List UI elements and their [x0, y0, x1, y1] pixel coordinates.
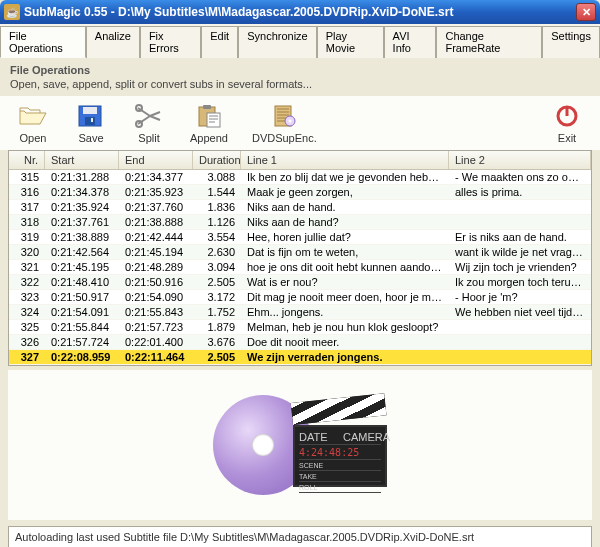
split-scissors-icon [132, 102, 166, 130]
table-row[interactable]: 3270:22:08.9590:22:11.4642.505We zijn ve… [9, 350, 591, 365]
append-button[interactable]: Append [190, 102, 228, 144]
cell-dur: 1.126 [193, 215, 241, 229]
cell-nr: 320 [9, 245, 45, 259]
cell-l1: Niks aan de hand? [241, 215, 449, 229]
cell-start: 0:21:31.288 [45, 170, 119, 184]
table-row[interactable]: 3190:21:38.8890:21:42.4443.554Hee, horen… [9, 230, 591, 245]
cell-l1: Doe dit nooit meer. [241, 335, 449, 349]
clap-date-label: DATE CAMERA [299, 430, 381, 445]
col-duration[interactable]: Duration [193, 151, 241, 169]
tab-file-operations[interactable]: File Operations [0, 26, 86, 58]
cell-end: 0:21:45.194 [119, 245, 193, 259]
tab-edit[interactable]: Edit [201, 26, 238, 58]
cell-dur: 1.752 [193, 305, 241, 319]
col-nr[interactable]: Nr. [9, 151, 45, 169]
append-label: Append [190, 132, 228, 144]
save-button[interactable]: Save [74, 102, 108, 144]
dvdsupenc-label: DVDSupEnc. [252, 132, 317, 144]
cell-nr: 327 [9, 350, 45, 364]
cell-end: 0:21:38.888 [119, 215, 193, 229]
open-label: Open [20, 132, 47, 144]
table-row[interactable]: 3220:21:48.4100:21:50.9162.505Wat is er … [9, 275, 591, 290]
cell-l2 [449, 320, 591, 334]
table-row[interactable]: 3180:21:37.7610:21:38.8881.126Niks aan d… [9, 215, 591, 230]
col-start[interactable]: Start [45, 151, 119, 169]
dvd-encode-icon [267, 102, 301, 130]
col-line2[interactable]: Line 2 [449, 151, 591, 169]
svg-point-11 [289, 120, 292, 123]
cell-l1: Ik ben zo blij dat we je gevonden hebben… [241, 170, 449, 184]
cell-l2: Wij zijn toch je vrienden? [449, 260, 591, 274]
cell-end: 0:21:42.444 [119, 230, 193, 244]
split-button[interactable]: Split [132, 102, 166, 144]
tab-settings[interactable]: Settings [542, 26, 600, 58]
svg-rect-7 [203, 105, 211, 109]
cell-end: 0:21:35.923 [119, 185, 193, 199]
exit-power-icon [550, 102, 584, 130]
clap-roll: ROLL [299, 483, 381, 493]
table-row[interactable]: 3170:21:35.9240:21:37.7601.836Niks aan d… [9, 200, 591, 215]
cell-start: 0:21:50.917 [45, 290, 119, 304]
cell-nr: 326 [9, 335, 45, 349]
cell-end: 0:22:01.400 [119, 335, 193, 349]
cell-l2 [449, 200, 591, 214]
table-row[interactable]: 3240:21:54.0910:21:55.8431.752Ehm... jon… [9, 305, 591, 320]
illustration-area: DATE CAMERA 4:24:48:25 SCENE TAKE ROLL [8, 370, 592, 520]
tab-synchronize[interactable]: Synchronize [238, 26, 317, 58]
cell-l1: Dit mag je nooit meer doen, hoor je me? [241, 290, 449, 304]
table-row[interactable]: 3250:21:55.8440:21:57.7231.879Melman, he… [9, 320, 591, 335]
title-text: SubMagic 0.55 - D:\My Subtitles\M\Madaga… [24, 5, 576, 19]
cell-nr: 315 [9, 170, 45, 184]
cell-l1: Wat is er nou? [241, 275, 449, 289]
tab-fix-errors[interactable]: Fix Errors [140, 26, 201, 58]
cell-end: 0:21:37.760 [119, 200, 193, 214]
cell-end: 0:22:11.464 [119, 350, 193, 364]
tab-analize[interactable]: Analize [86, 26, 140, 58]
titlebar: ☕ SubMagic 0.55 - D:\My Subtitles\M\Mada… [0, 0, 600, 24]
cell-end: 0:21:57.723 [119, 320, 193, 334]
exit-button[interactable]: Exit [550, 102, 584, 144]
col-end[interactable]: End [119, 151, 193, 169]
open-button[interactable]: Open [16, 102, 50, 144]
table-row[interactable]: 3210:21:45.1950:21:48.2893.094hoe je ons… [9, 260, 591, 275]
cell-end: 0:21:55.843 [119, 305, 193, 319]
close-button[interactable]: ✕ [576, 3, 596, 21]
svg-rect-3 [91, 118, 93, 122]
table-row[interactable]: 3160:21:34.3780:21:35.9231.544Maak je ge… [9, 185, 591, 200]
svg-rect-1 [83, 107, 97, 114]
table-header: Nr. Start End Duration Line 1 Line 2 [9, 151, 591, 170]
tab-avi-info[interactable]: AVI Info [384, 26, 437, 58]
table-row[interactable]: 3230:21:50.9170:21:54.0903.172Dit mag je… [9, 290, 591, 305]
table-row[interactable]: 3200:21:42.5640:21:45.1942.630Dat is fij… [9, 245, 591, 260]
cell-dur: 1.544 [193, 185, 241, 199]
exit-label: Exit [558, 132, 576, 144]
table-row[interactable]: 3260:21:57.7240:22:01.4003.676Doe dit no… [9, 335, 591, 350]
cell-l1: Niks aan de hand. [241, 200, 449, 214]
append-paste-icon [192, 102, 226, 130]
save-label: Save [78, 132, 103, 144]
cell-dur: 3.088 [193, 170, 241, 184]
cell-nr: 317 [9, 200, 45, 214]
col-line1[interactable]: Line 1 [241, 151, 449, 169]
cell-nr: 316 [9, 185, 45, 199]
table-row[interactable]: 3150:21:31.2880:21:34.3773.088Ik ben zo … [9, 170, 591, 185]
app-icon: ☕ [4, 4, 20, 20]
tab-play-movie[interactable]: Play Movie [317, 26, 384, 58]
clap-take: TAKE [299, 472, 381, 482]
cell-l1: Melman, heb je nou hun klok gesloopt? [241, 320, 449, 334]
tab-bar: File Operations Analize Fix Errors Edit … [0, 24, 600, 58]
cell-start: 0:22:08.959 [45, 350, 119, 364]
cell-l2 [449, 215, 591, 229]
cell-start: 0:21:57.724 [45, 335, 119, 349]
cell-dur: 3.094 [193, 260, 241, 274]
dvdsupenc-button[interactable]: DVDSupEnc. [252, 102, 317, 144]
cell-dur: 2.505 [193, 350, 241, 364]
dvd-hub-icon [252, 434, 274, 456]
cell-start: 0:21:35.924 [45, 200, 119, 214]
tab-change-framerate[interactable]: Change FrameRate [436, 26, 542, 58]
cell-l2: Ik zou morgen toch terugkomen! [449, 275, 591, 289]
save-floppy-icon [74, 102, 108, 130]
cell-l1: hoe je ons dit ooit hebt kunnen aandoen? [241, 260, 449, 274]
cell-nr: 322 [9, 275, 45, 289]
cell-nr: 325 [9, 320, 45, 334]
